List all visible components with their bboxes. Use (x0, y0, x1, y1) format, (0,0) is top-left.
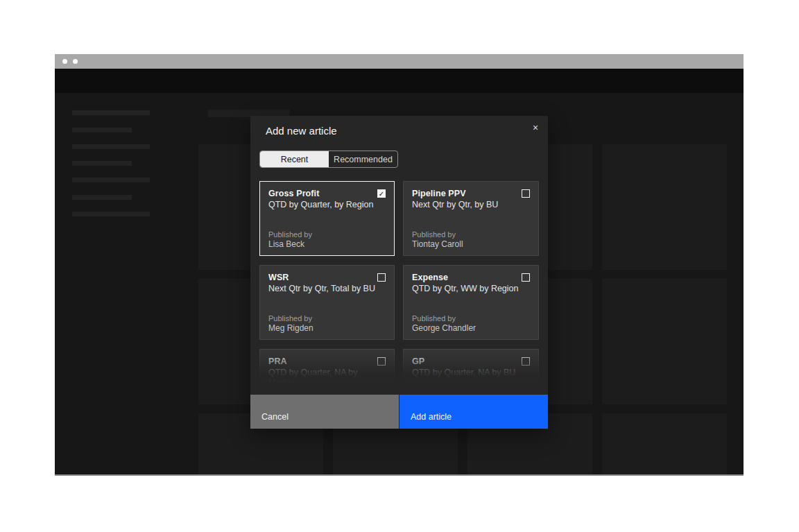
tab-recommended[interactable]: Recommended (329, 151, 397, 167)
checkbox-icon[interactable] (377, 357, 386, 366)
add-article-button[interactable]: Add article (400, 395, 548, 429)
sidebar-skeleton-line (72, 212, 150, 216)
publisher-name: George Chandler (412, 323, 476, 333)
article-tile-gross-profit[interactable]: Gross Profit QTD by Quarter, by Region ✓… (259, 181, 395, 256)
dashboard-tile-skeleton (602, 413, 727, 476)
dashboard-tile-skeleton (602, 279, 727, 404)
modal-footer: Cancel Add article (250, 395, 548, 429)
publisher-block: Published by Lisa Beck (268, 230, 312, 249)
article-tile-pra[interactable]: PRA QTD by Quarter, NA by Market (259, 349, 395, 385)
article-list: Gross Profit QTD by Quarter, by Region ✓… (259, 181, 539, 385)
article-subtitle: QTD by Quarter, by Region (268, 200, 386, 209)
checkbox-icon[interactable] (377, 273, 386, 282)
modal-title: Add new article (266, 125, 337, 137)
app-header-bar (55, 69, 744, 93)
sidebar-skeleton-line (72, 178, 150, 182)
sidebar-skeleton-line (72, 110, 150, 115)
publisher-block: Published by Meg Rigden (268, 314, 313, 333)
content-switcher: Recent Recommended (259, 151, 398, 168)
sidebar-skeleton-line (72, 144, 150, 149)
add-article-modal: Add new article × Recent Recommended Gro… (250, 116, 548, 429)
publisher-name: Meg Rigden (268, 323, 313, 333)
sidebar-skeleton-line (72, 161, 132, 166)
sidebar-skeleton-line (72, 195, 132, 200)
publisher-name: Tiontay Caroll (412, 239, 463, 249)
page-background: Add new article × Recent Recommended Gro… (0, 0, 799, 532)
publisher-name: Lisa Beck (268, 239, 312, 249)
sidebar-skeleton-line (72, 128, 132, 132)
tab-recent[interactable]: Recent (260, 151, 329, 167)
checkbox-icon[interactable] (522, 189, 530, 198)
checkbox-icon[interactable] (522, 357, 530, 366)
window-control-dot[interactable] (73, 59, 78, 64)
close-icon[interactable]: × (527, 119, 544, 136)
article-title: Pipeline PPV (412, 189, 530, 198)
article-subtitle: Next Qtr by Qtr, by BU (412, 200, 530, 209)
article-subtitle: Next Qtr by Qtr, Total by BU (268, 284, 386, 293)
browser-titlebar (55, 54, 744, 69)
article-title: GP (412, 357, 530, 366)
dashboard-tile-skeleton (602, 144, 727, 270)
published-by-label: Published by (412, 314, 476, 323)
published-by-label: Published by (268, 314, 313, 323)
published-by-label: Published by (412, 230, 463, 239)
cancel-button[interactable]: Cancel (250, 395, 399, 429)
checkbox-icon[interactable]: ✓ (377, 189, 386, 198)
publisher-block: Published by Tiontay Caroll (412, 230, 463, 249)
published-by-label: Published by (268, 230, 312, 239)
article-tile-pipeline-ppv[interactable]: Pipeline PPV Next Qtr by Qtr, by BU Publ… (403, 181, 539, 256)
article-tile-gp[interactable]: GP QTD by Quarter, NA by BU (403, 349, 539, 385)
publisher-block: Published by George Chandler (412, 314, 476, 333)
article-subtitle: QTD by Quarter, NA by Market (268, 368, 386, 385)
article-tile-expense[interactable]: Expense QTD by Qtr, WW by Region Publish… (403, 265, 539, 340)
article-title: Gross Profit (268, 189, 386, 198)
checkbox-icon[interactable] (522, 273, 530, 282)
article-title: PRA (268, 357, 386, 366)
article-title: WSR (268, 273, 386, 282)
article-subtitle: QTD by Qtr, WW by Region (412, 284, 530, 293)
article-subtitle: QTD by Quarter, NA by BU (412, 368, 530, 377)
article-tile-wsr[interactable]: WSR Next Qtr by Qtr, Total by BU Publish… (259, 265, 395, 340)
window-control-dot[interactable] (62, 59, 67, 64)
article-title: Expense (412, 273, 530, 282)
